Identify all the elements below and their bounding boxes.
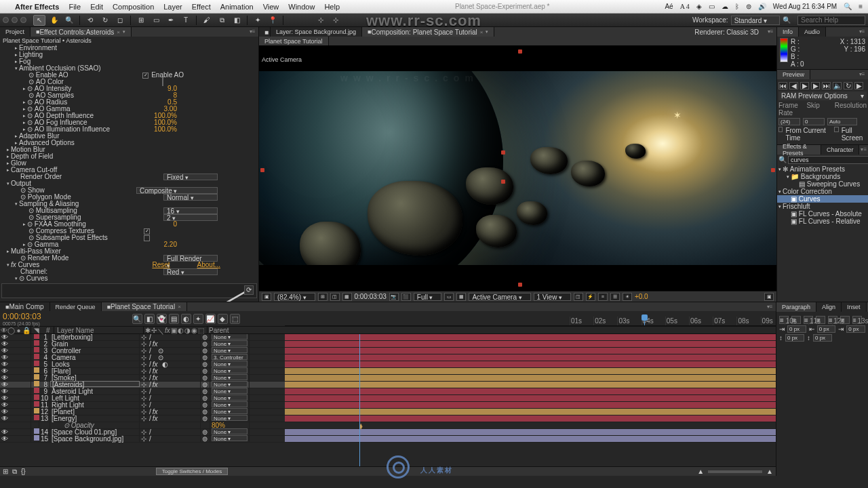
space-before-field[interactable]: 0 px: [785, 334, 804, 342]
subsample-checkbox[interactable]: [144, 235, 150, 241]
comp-mini-icon[interactable]: ■: [264, 28, 269, 36]
supersampling-select[interactable]: 2 ▾: [163, 214, 218, 221]
tab-project[interactable]: Project: [0, 27, 31, 37]
menu-edit[interactable]: Edit: [90, 3, 103, 11]
exposure-reset-icon[interactable]: ☀: [623, 293, 632, 301]
cloud-icon[interactable]: ☁: [722, 3, 728, 10]
show-select[interactable]: Composite ▾: [136, 187, 218, 194]
menu-layer[interactable]: Layer: [163, 3, 182, 11]
curves-reset[interactable]: Reset: [152, 262, 170, 268]
curves-about[interactable]: About...: [197, 262, 220, 268]
ao-intensity-value[interactable]: 9.0: [167, 85, 258, 92]
flowchart-icon[interactable]: ☰: [610, 293, 620, 301]
presets-search-input[interactable]: [788, 156, 868, 164]
app-name[interactable]: After Effects: [15, 3, 59, 11]
window-close-icon[interactable]: [3, 17, 9, 23]
roi-icon[interactable]: ▭: [444, 293, 454, 301]
parent-select[interactable]: None ▾: [212, 340, 248, 346]
indent-left-field[interactable]: 0 px: [787, 325, 806, 333]
first-frame-icon[interactable]: ⏮: [778, 82, 787, 89]
next-frame-icon[interactable]: ▶: [811, 82, 820, 89]
adobe-indicator-icon[interactable]: Aé: [665, 3, 673, 10]
tab-character[interactable]: Character: [821, 145, 860, 155]
parent-select[interactable]: None ▾: [212, 347, 248, 353]
ao-radius-value[interactable]: 0.5: [167, 99, 258, 106]
comp-panel-menu-icon[interactable]: ▾≡: [764, 27, 776, 37]
timeline-icon[interactable]: ≡: [598, 293, 608, 301]
tab-effect-controls[interactable]: ■ Effect Controls: Asteroids×: [31, 27, 132, 37]
multisampling-select[interactable]: 16 ▾: [163, 207, 218, 214]
menubar-clock[interactable]: Wed Aug 21 6:34 PM: [773, 3, 837, 10]
fast-preview-icon[interactable]: ⚡: [586, 293, 595, 301]
toggle-expand-icon[interactable]: ⊞: [3, 468, 8, 475]
info-menu-icon[interactable]: ▾≡: [856, 27, 868, 37]
menu-animation[interactable]: Animation: [220, 3, 254, 11]
polygon-select[interactable]: Normal ▾: [163, 194, 218, 201]
volume-icon[interactable]: 🔊: [758, 3, 766, 10]
cc-icon[interactable]: A 4: [680, 3, 690, 10]
brainstorm-icon[interactable]: ✦: [193, 314, 203, 324]
layer-handle[interactable]: [501, 180, 505, 184]
notification-icon[interactable]: ≡: [859, 3, 863, 10]
guides-icon[interactable]: ◫: [330, 293, 340, 301]
framerate-field[interactable]: (24): [778, 118, 800, 125]
hand-tool[interactable]: ✋: [48, 15, 60, 26]
curves-auto-icon[interactable]: ⟳: [244, 285, 254, 295]
rect-tool[interactable]: ▭: [150, 15, 162, 26]
parent-select[interactable]: None ▾: [212, 334, 248, 340]
tab-align[interactable]: Align: [816, 302, 842, 312]
ao-color-swatch[interactable]: [162, 77, 163, 86]
timeline-layers[interactable]: 👁 1 [Letterboxing] ⊹/ ⊚ None ▾ 👁 2 Grain…: [0, 334, 776, 466]
menu-file[interactable]: File: [68, 3, 81, 11]
time-ruler[interactable]: 01s02s03s04s05s06s07s08s09s10s11s12s13s1…: [285, 317, 776, 326]
layer-handle[interactable]: [771, 168, 775, 172]
search-layers-icon[interactable]: 🔍: [132, 314, 142, 324]
tab-effects-presets[interactable]: Effects & Presets: [777, 145, 821, 155]
tab-inset[interactable]: Inset: [842, 302, 867, 312]
camera-select[interactable]: Active Camera ▾: [469, 293, 530, 301]
clone-tool[interactable]: ⧉: [216, 15, 228, 26]
close-icon[interactable]: ×: [117, 29, 120, 35]
toggle-switches-icon[interactable]: ⧉: [12, 468, 17, 476]
window-zoom-icon[interactable]: [20, 17, 26, 23]
auto-keyframe-icon[interactable]: ◆: [218, 314, 228, 324]
toggle-switches-button[interactable]: Toggle Switches / Modes: [156, 468, 229, 475]
parent-select[interactable]: None ▾: [212, 374, 248, 380]
dropbox-icon[interactable]: ◈: [696, 3, 702, 10]
prev-frame-icon[interactable]: ◀: [789, 82, 798, 89]
layer-handle[interactable]: [501, 150, 505, 155]
parent-select[interactable]: None ▾: [212, 361, 248, 367]
parent-select[interactable]: None ▾: [212, 367, 248, 373]
parent-select[interactable]: None ▾: [212, 435, 248, 441]
menu-view[interactable]: View: [263, 3, 279, 11]
effect-controls-tree[interactable]: ▸Environment ▸Lighting ▸Fog ▾Ambient Occ…: [0, 45, 258, 302]
renderer-value[interactable]: Classic 3D: [726, 28, 759, 36]
eraser-tool[interactable]: ◧: [231, 15, 243, 26]
transparency-icon[interactable]: ▦: [456, 293, 466, 301]
local-axis-tool[interactable]: ⊹: [315, 15, 327, 26]
puppet-tool[interactable]: 📍: [267, 15, 279, 26]
layer-handle[interactable]: [518, 283, 522, 287]
panbehind-tool[interactable]: ⊞: [135, 15, 147, 26]
graph-editor-icon[interactable]: 📈: [205, 314, 216, 324]
views-select[interactable]: 1 View ▾: [534, 293, 571, 301]
speaker-col-icon[interactable]: ◯: [7, 327, 15, 333]
selection-tool[interactable]: ↖: [33, 15, 45, 26]
tab-preview[interactable]: Preview: [777, 70, 810, 79]
comp-mini-flowchart-icon[interactable]: ◧: [144, 314, 155, 324]
tab-main-comp[interactable]: ■ Main Comp: [0, 302, 50, 311]
frame-blend-icon[interactable]: ▤: [169, 314, 179, 324]
roto-tool[interactable]: ✦: [252, 15, 264, 26]
curves-graph[interactable]: ⟳: [1, 283, 257, 298]
brush-tool[interactable]: 🖌: [201, 15, 213, 26]
col-parent[interactable]: Parent: [208, 327, 247, 333]
channel-select[interactable]: Red ▾: [163, 268, 218, 275]
panel-menu-icon[interactable]: ▾≡: [246, 27, 258, 37]
eye-col-icon[interactable]: 👁: [0, 327, 7, 333]
preview-res-field[interactable]: Auto: [827, 118, 857, 125]
ao-gamma-value[interactable]: 3.00: [164, 106, 258, 113]
parent-select[interactable]: 3. Controller ▾: [212, 354, 248, 360]
motion-blur-icon[interactable]: ◐: [181, 314, 191, 324]
zoom-select[interactable]: (82.4%) ▾: [274, 293, 315, 301]
viewbar-time[interactable]: 0:00:03:03: [355, 293, 387, 300]
